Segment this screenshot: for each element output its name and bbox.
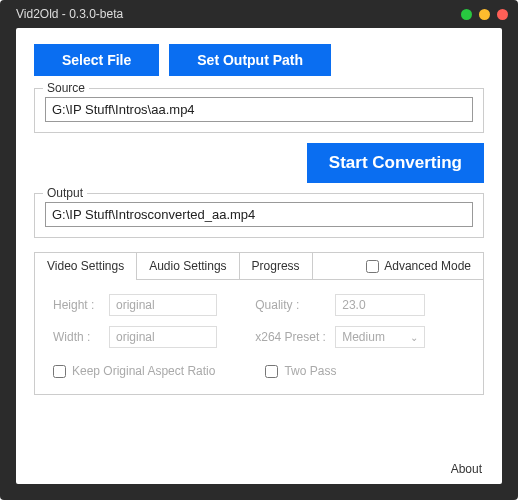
- tabs-row: Video Settings Audio Settings Progress A…: [35, 253, 483, 280]
- output-group: Output: [34, 193, 484, 238]
- keep-aspect-ratio-label: Keep Original Aspect Ratio: [72, 364, 215, 378]
- width-input[interactable]: [109, 326, 217, 348]
- top-button-row: Select File Set Output Path: [34, 44, 484, 76]
- two-pass-toggle[interactable]: Two Pass: [265, 364, 336, 378]
- chevron-down-icon: ⌄: [410, 332, 418, 343]
- select-file-button[interactable]: Select File: [34, 44, 159, 76]
- quality-label: Quality :: [255, 298, 335, 312]
- set-output-path-button[interactable]: Set Output Path: [169, 44, 331, 76]
- close-icon[interactable]: [497, 9, 508, 20]
- source-label: Source: [43, 81, 89, 95]
- advanced-mode-label: Advanced Mode: [384, 259, 471, 273]
- tab-video-settings[interactable]: Video Settings: [35, 253, 137, 279]
- output-label: Output: [43, 186, 87, 200]
- keep-aspect-ratio-checkbox[interactable]: [53, 365, 66, 378]
- start-converting-button[interactable]: Start Converting: [307, 143, 484, 183]
- window-controls: [461, 9, 508, 20]
- content-area: Select File Set Output Path Source Start…: [16, 28, 502, 484]
- advanced-mode-checkbox[interactable]: [366, 260, 379, 273]
- height-input[interactable]: [109, 294, 217, 316]
- two-pass-checkbox[interactable]: [265, 365, 278, 378]
- preset-label: x264 Preset :: [255, 330, 335, 344]
- advanced-mode-toggle[interactable]: Advanced Mode: [366, 259, 483, 273]
- output-input[interactable]: [45, 202, 473, 227]
- titlebar: Vid2Old - 0.3.0-beta: [0, 0, 518, 28]
- settings-panel: Video Settings Audio Settings Progress A…: [34, 252, 484, 395]
- height-label: Height :: [53, 298, 109, 312]
- source-input[interactable]: [45, 97, 473, 122]
- quality-input[interactable]: [335, 294, 425, 316]
- two-pass-label: Two Pass: [284, 364, 336, 378]
- tab-audio-settings[interactable]: Audio Settings: [137, 253, 239, 279]
- keep-aspect-ratio-toggle[interactable]: Keep Original Aspect Ratio: [53, 364, 215, 378]
- preset-select[interactable]: Medium ⌄: [335, 326, 425, 348]
- source-group: Source: [34, 88, 484, 133]
- width-label: Width :: [53, 330, 109, 344]
- preset-value: Medium: [342, 330, 385, 344]
- maximize-icon[interactable]: [479, 9, 490, 20]
- minimize-icon[interactable]: [461, 9, 472, 20]
- app-window: Vid2Old - 0.3.0-beta Select File Set Out…: [0, 0, 518, 500]
- video-settings-body: Height : Width : Quality : x264 Preset :: [35, 280, 483, 394]
- window-title: Vid2Old - 0.3.0-beta: [10, 7, 123, 21]
- about-link[interactable]: About: [451, 462, 482, 476]
- tab-progress[interactable]: Progress: [240, 253, 313, 279]
